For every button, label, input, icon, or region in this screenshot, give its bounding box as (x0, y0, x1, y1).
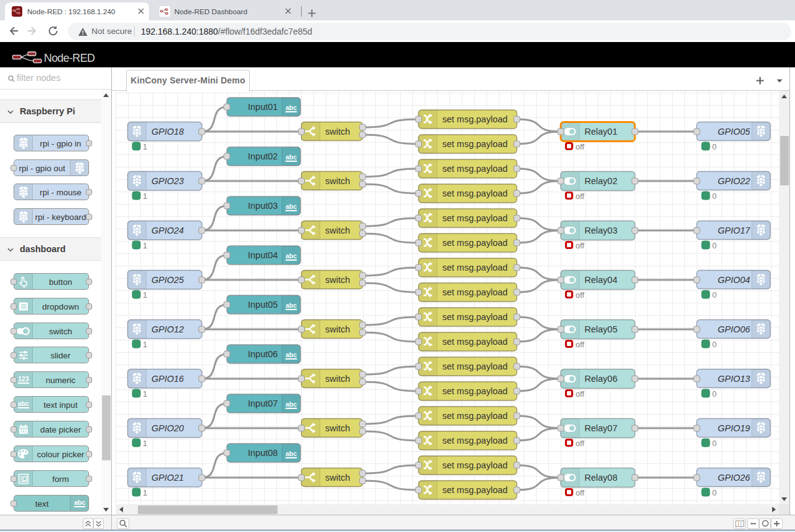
svg-text:set msg.payload: set msg.payload (443, 139, 508, 149)
svg-text:Input06: Input06 (248, 349, 278, 359)
svg-text:Relay03: Relay03 (585, 226, 618, 235)
svg-text:Input04: Input04 (248, 250, 278, 260)
svg-text:GPIO16: GPIO16 (151, 374, 184, 384)
svg-text:1: 1 (143, 192, 147, 201)
svg-text:Input07: Input07 (248, 399, 278, 408)
svg-text:1: 1 (143, 290, 147, 300)
svg-text:off: off (576, 192, 585, 201)
svg-text:0: 0 (712, 241, 716, 250)
svg-text:0: 0 (712, 142, 716, 151)
svg-text:1: 1 (143, 488, 147, 497)
svg-text:GPIO17: GPIO17 (718, 226, 750, 235)
svg-text:1: 1 (143, 389, 147, 399)
svg-text:GPIO21: GPIO21 (151, 473, 184, 483)
svg-text:set msg.payload: set msg.payload (443, 114, 508, 124)
svg-text:set msg.payload: set msg.payload (443, 386, 508, 396)
svg-text:Relay02: Relay02 (585, 176, 618, 186)
svg-text:GPIO05: GPIO05 (718, 127, 750, 137)
svg-text:Input08: Input08 (248, 448, 278, 458)
svg-text:GPIO12: GPIO12 (151, 324, 184, 334)
svg-text:switch: switch (325, 127, 350, 137)
svg-text:set msg.payload: set msg.payload (443, 213, 508, 223)
svg-text:Relay07: Relay07 (585, 423, 618, 433)
svg-text:0: 0 (712, 290, 716, 300)
svg-text:1: 1 (143, 439, 147, 448)
svg-text:Input02: Input02 (248, 151, 278, 161)
svg-text:GPIO06: GPIO06 (718, 324, 750, 334)
svg-text:Input03: Input03 (248, 201, 278, 211)
svg-text:switch: switch (325, 473, 350, 483)
svg-text:set msg.payload: set msg.payload (443, 411, 508, 421)
svg-text:set msg.payload: set msg.payload (443, 460, 508, 470)
svg-text:Relay01: Relay01 (585, 127, 618, 137)
svg-text:Relay08: Relay08 (585, 473, 618, 483)
svg-text:Input01: Input01 (248, 102, 278, 112)
svg-text:GPIO25: GPIO25 (151, 275, 184, 285)
svg-text:switch: switch (325, 176, 350, 186)
svg-text:0: 0 (712, 340, 716, 349)
svg-text:switch: switch (325, 423, 350, 433)
svg-text:off: off (576, 389, 585, 399)
svg-text:abc: abc (74, 499, 85, 506)
svg-text:abc: abc (17, 400, 28, 407)
svg-text:set msg.payload: set msg.payload (443, 312, 508, 322)
svg-text:set msg.payload: set msg.payload (443, 188, 508, 198)
svg-text:switch: switch (325, 275, 350, 285)
svg-text:GPIO13: GPIO13 (718, 374, 750, 384)
svg-text:set msg.payload: set msg.payload (443, 485, 508, 495)
svg-text:switch: switch (325, 226, 350, 235)
svg-text:set msg.payload: set msg.payload (443, 263, 508, 272)
svg-text:0: 0 (712, 488, 716, 497)
svg-text:Input05: Input05 (248, 300, 278, 310)
svg-text:GPIO19: GPIO19 (718, 423, 750, 433)
svg-text:set msg.payload: set msg.payload (443, 164, 508, 174)
svg-text:0: 0 (712, 389, 716, 399)
svg-text:0: 0 (712, 439, 716, 448)
svg-text:Relay06: Relay06 (585, 374, 618, 384)
svg-text:1: 1 (143, 340, 147, 349)
svg-text:GPIO18: GPIO18 (151, 127, 184, 137)
svg-text:GPIO22: GPIO22 (718, 176, 750, 186)
svg-text:1: 1 (143, 241, 147, 250)
svg-text:GPIO23: GPIO23 (151, 176, 184, 186)
svg-text:off: off (576, 241, 585, 250)
svg-text:123: 123 (18, 375, 29, 382)
svg-text:set msg.payload: set msg.payload (443, 287, 508, 297)
svg-text:off: off (576, 142, 585, 151)
svg-text:Relay05: Relay05 (585, 324, 618, 334)
svg-text:Relay04: Relay04 (585, 275, 618, 285)
svg-text:switch: switch (325, 324, 350, 334)
svg-text:set msg.payload: set msg.payload (443, 436, 508, 445)
svg-text:off: off (576, 488, 585, 497)
svg-text:GPIO24: GPIO24 (151, 226, 184, 235)
svg-text:1: 1 (143, 142, 147, 151)
svg-text:GPIO20: GPIO20 (151, 423, 184, 433)
svg-text:GPIO26: GPIO26 (718, 473, 750, 483)
svg-text:off: off (576, 290, 585, 300)
svg-text:off: off (576, 340, 585, 349)
svg-text:off: off (576, 439, 585, 448)
svg-text:set msg.payload: set msg.payload (443, 337, 508, 347)
svg-text:set msg.payload: set msg.payload (443, 361, 508, 371)
svg-text:GPIO04: GPIO04 (718, 275, 750, 285)
svg-text:switch: switch (325, 374, 350, 384)
svg-text:0: 0 (712, 192, 716, 201)
svg-text:set msg.payload: set msg.payload (443, 238, 508, 248)
